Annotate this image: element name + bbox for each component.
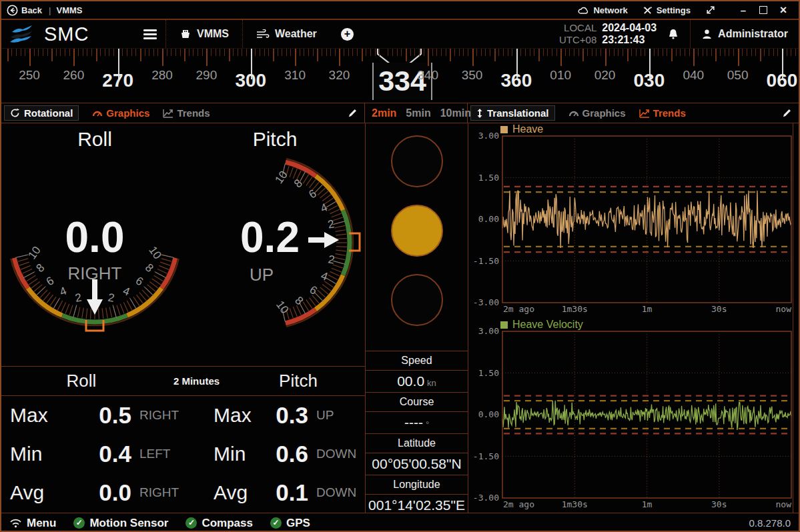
- hamburger-menu-button[interactable]: [135, 20, 165, 48]
- status-gps[interactable]: ✓ GPS: [270, 517, 310, 530]
- close-button[interactable]: ×: [773, 3, 793, 17]
- rotational-tab-trends[interactable]: Trends: [157, 107, 215, 119]
- timerange-5min[interactable]: 5min: [406, 107, 430, 119]
- compass-tick: [703, 49, 703, 56]
- add-tab-button[interactable]: +: [341, 28, 354, 41]
- compass-tick: [397, 49, 398, 56]
- rotational-tab-graphics[interactable]: Graphics: [87, 107, 155, 119]
- compass-tick: [113, 49, 114, 56]
- user-icon: [701, 29, 713, 40]
- x-tick-label: 2m ago: [503, 499, 534, 509]
- compass-tick: [720, 49, 721, 56]
- rotational-tab-graphics-label: Graphics: [106, 107, 149, 119]
- compass-tick: [432, 49, 433, 56]
- tab-weather[interactable]: Weather: [242, 20, 330, 48]
- compass-degree-label: 030: [634, 70, 665, 91]
- compass-tick: [645, 49, 645, 56]
- compass-tick: [11, 49, 12, 56]
- compass-degree-label: 260: [63, 68, 84, 83]
- user-menu[interactable]: Administrator: [691, 20, 799, 48]
- ship-icon: [179, 29, 191, 39]
- translational-tab-graphics[interactable]: Graphics: [563, 107, 631, 119]
- settings-button[interactable]: Settings: [643, 5, 691, 15]
- traffic-light-top: [391, 135, 443, 187]
- x-tick-label: 1m30s: [562, 304, 588, 314]
- local-date: 2024-04-03: [602, 22, 657, 34]
- tab-vmms[interactable]: VMMS: [165, 20, 242, 48]
- stat-pitch-value: 0.6: [258, 441, 308, 467]
- status-compass[interactable]: ✓ Compass: [185, 517, 253, 530]
- rotational-panel: Roll Pitch 108642246810108642246810 0.0 …: [1, 123, 366, 513]
- compass-tick: [322, 49, 322, 56]
- fullscreen-button[interactable]: [705, 5, 716, 15]
- translational-tab-trends-label: Trends: [653, 107, 686, 119]
- maximize-button[interactable]: [753, 5, 773, 16]
- notifications-button[interactable]: [657, 20, 690, 48]
- x-tick-label: 30s: [711, 499, 727, 509]
- pencil-icon: [782, 108, 792, 118]
- compass-tick: [56, 49, 57, 56]
- status-motion-sensor[interactable]: ✓ Motion Sensor: [73, 517, 168, 530]
- y-tick-label: -1.50: [473, 451, 499, 461]
- compass-tick: [224, 49, 225, 56]
- compass-tick: [671, 49, 673, 61]
- compass-tick: [78, 49, 79, 56]
- compass-tick: [357, 49, 358, 56]
- compass-tick: [676, 49, 677, 56]
- compass-tick: [308, 49, 309, 56]
- smc-logo-icon: [9, 24, 37, 44]
- network-button[interactable]: Network: [578, 5, 627, 15]
- pencil-icon: [348, 108, 358, 118]
- menu-button[interactable]: Menu: [9, 517, 56, 530]
- compass-tick: [388, 49, 388, 56]
- compass-tick: [654, 49, 655, 56]
- compass-degree-label: 320: [329, 68, 350, 83]
- gauge-icon: [568, 109, 579, 117]
- traffic-light-bottom: [391, 274, 443, 326]
- svg-text:2: 2: [107, 291, 115, 304]
- nav-data-table: Speed 00.0kn Course ----° Latitude 00°05…: [366, 351, 468, 516]
- timerange-10min[interactable]: 10min: [440, 107, 471, 119]
- cloud-icon: [578, 5, 589, 15]
- compass-tick: [711, 49, 712, 56]
- compass-tick: [751, 49, 752, 56]
- compass-tick: [87, 49, 87, 56]
- minimize-button[interactable]: –: [733, 5, 753, 16]
- compass-tick: [547, 49, 548, 56]
- translational-title-button[interactable]: Translational: [470, 105, 555, 121]
- compass-tick: [339, 49, 340, 66]
- compass-tick: [145, 49, 145, 56]
- timerange-2min[interactable]: 2min: [372, 107, 396, 119]
- compass-tick: [530, 49, 530, 56]
- roll-value: 0.0: [21, 213, 168, 261]
- compass-strip: 334 250260270280290300310320340350360010…: [1, 49, 799, 101]
- stat-roll-unit: RIGHT: [131, 485, 195, 500]
- compass-degree-label: 280: [151, 68, 173, 83]
- compass-tick: [742, 49, 743, 56]
- compass-tick: [733, 49, 734, 56]
- user-name: Administrator: [718, 28, 788, 40]
- compass-tick: [410, 49, 411, 56]
- compass-tick: [211, 49, 212, 56]
- compass-tick: [667, 49, 667, 56]
- titlebar-divider: |: [49, 5, 51, 15]
- y-tick-label: 0.00: [478, 409, 499, 419]
- compass-tick: [508, 49, 508, 56]
- compass-tick: [441, 49, 442, 56]
- course-unit: °: [426, 419, 429, 429]
- translational-edit-button[interactable]: [782, 108, 792, 118]
- compass-tick: [51, 49, 53, 61]
- compass-tick: [233, 49, 234, 56]
- rotational-edit-button[interactable]: [348, 108, 358, 118]
- compass-tick: [206, 49, 208, 66]
- compass-degree-label: 040: [683, 68, 704, 83]
- back-button[interactable]: Back: [7, 5, 42, 16]
- motion-stats-table: Roll 2 Minutes Pitch Max 0.5 RIGHT Max 0…: [1, 366, 365, 513]
- window-titlebar: Back | VMMS Network Settings: [1, 1, 799, 20]
- translational-tab-trends[interactable]: Trends: [634, 107, 691, 119]
- stats-header-row: Roll 2 Minutes Pitch: [1, 367, 365, 396]
- rotational-title-button[interactable]: Rotational: [4, 105, 79, 121]
- heave-chart: 3.001.500.00-1.50-3.002m ago1m30s1m30sno…: [468, 123, 793, 318]
- y-tick-label: 3.00: [478, 326, 499, 336]
- x-tick-label: now: [776, 304, 792, 314]
